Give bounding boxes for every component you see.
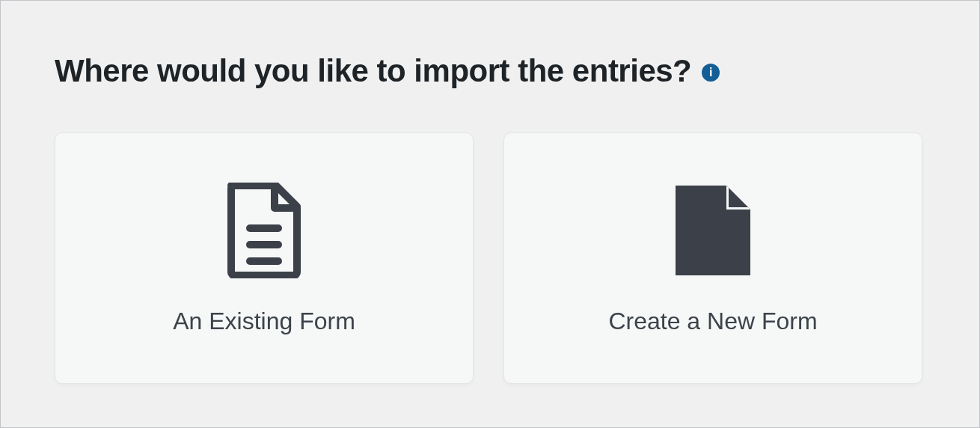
heading-row: Where would you like to import the entri… bbox=[55, 53, 925, 89]
document-text-icon bbox=[223, 182, 305, 279]
page-title: Where would you like to import the entri… bbox=[55, 53, 691, 89]
option-cards: An Existing Form Create a New Form bbox=[55, 132, 925, 384]
info-icon[interactable]: i bbox=[702, 64, 720, 82]
option-label: Create a New Form bbox=[608, 308, 817, 335]
document-blank-icon bbox=[672, 182, 754, 279]
option-create-new-form[interactable]: Create a New Form bbox=[503, 132, 922, 384]
option-existing-form[interactable]: An Existing Form bbox=[55, 132, 474, 384]
svg-rect-2 bbox=[246, 257, 282, 265]
svg-rect-1 bbox=[246, 241, 282, 248]
option-label: An Existing Form bbox=[173, 308, 355, 335]
svg-rect-0 bbox=[246, 224, 282, 232]
